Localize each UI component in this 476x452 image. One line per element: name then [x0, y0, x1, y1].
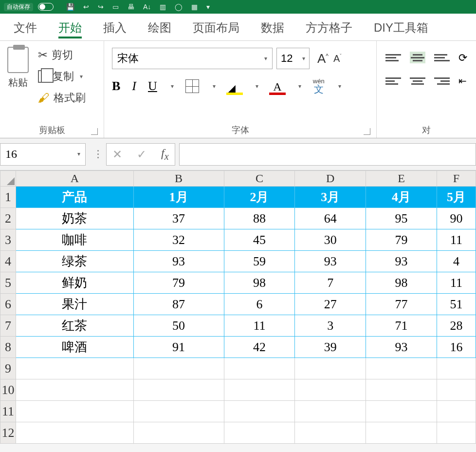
cell[interactable]: [16, 422, 133, 444]
col-header-F[interactable]: F: [437, 171, 476, 187]
row-header-10[interactable]: 10: [0, 379, 16, 401]
cell[interactable]: 59: [224, 251, 295, 272]
cell[interactable]: 90: [437, 208, 476, 229]
cell[interactable]: [366, 401, 437, 422]
chevron-down-icon[interactable]: ▾: [77, 151, 80, 158]
cell[interactable]: [16, 401, 133, 422]
grow-font-button[interactable]: A^: [317, 51, 329, 66]
more-icon[interactable]: ▾: [206, 3, 210, 11]
cell[interactable]: 16: [437, 337, 476, 358]
cell[interactable]: 3月: [295, 187, 366, 208]
chevron-down-icon[interactable]: ▾: [80, 73, 83, 80]
cell[interactable]: [133, 358, 224, 379]
cell[interactable]: 95: [366, 208, 437, 229]
cell[interactable]: [437, 401, 476, 422]
row-header-1[interactable]: 1: [0, 187, 16, 208]
cell[interactable]: 产品: [16, 187, 133, 208]
cell[interactable]: 2月: [224, 187, 295, 208]
cell[interactable]: 39: [295, 337, 366, 358]
cell[interactable]: 4: [437, 251, 476, 272]
borders-button[interactable]: [185, 79, 199, 93]
chart-icon[interactable]: ▥: [160, 3, 166, 11]
cell[interactable]: [16, 358, 133, 379]
cell[interactable]: 奶茶: [16, 208, 133, 229]
cell[interactable]: [295, 401, 366, 422]
cell[interactable]: 93: [366, 337, 437, 358]
font-dialog-launcher-icon[interactable]: [364, 128, 370, 135]
cell[interactable]: 45: [224, 229, 295, 251]
cell[interactable]: 28: [437, 315, 476, 337]
cell[interactable]: 红茶: [16, 315, 133, 337]
cell[interactable]: 11: [437, 229, 476, 251]
top-align-button[interactable]: [385, 52, 401, 63]
cell[interactable]: 87: [133, 294, 224, 315]
cell[interactable]: [366, 422, 437, 444]
row-header-11[interactable]: 11: [0, 401, 16, 422]
tab-data[interactable]: 数据: [250, 15, 295, 40]
chevron-down-icon[interactable]: ▾: [338, 83, 341, 90]
col-header-E[interactable]: E: [366, 171, 437, 187]
formula-input[interactable]: [179, 143, 476, 166]
cell[interactable]: 咖啡: [16, 229, 133, 251]
cell[interactable]: 79: [366, 229, 437, 251]
phonetic-guide-button[interactable]: wén 文: [313, 78, 325, 94]
spreadsheet-grid[interactable]: A B C D E F 1 产品 1月 2月 3月 4月 5月 2 奶茶 37 …: [0, 170, 476, 444]
clipboard-dialog-launcher-icon[interactable]: [91, 128, 98, 135]
cell[interactable]: [224, 379, 295, 401]
tab-draw[interactable]: 绘图: [137, 15, 182, 40]
cell[interactable]: [437, 422, 476, 444]
cell[interactable]: [224, 401, 295, 422]
cell[interactable]: [295, 422, 366, 444]
chevron-down-icon[interactable]: ▾: [302, 55, 305, 62]
cell[interactable]: 98: [224, 272, 295, 294]
cell[interactable]: [133, 401, 224, 422]
orientation-button[interactable]: ⟳: [458, 52, 467, 64]
cell[interactable]: 88: [224, 208, 295, 229]
cell[interactable]: [295, 358, 366, 379]
cell[interactable]: 93: [133, 251, 224, 272]
middle-align-button[interactable]: [410, 52, 425, 63]
cell[interactable]: 3: [295, 315, 366, 337]
save-icon[interactable]: 💾: [66, 3, 74, 11]
col-header-C[interactable]: C: [224, 171, 295, 187]
format-painter-button[interactable]: 🖌 格式刷: [38, 91, 86, 105]
cell[interactable]: 77: [366, 294, 437, 315]
filter-icon[interactable]: ▦: [191, 3, 198, 11]
row-header-8[interactable]: 8: [0, 337, 16, 358]
cell[interactable]: 1月: [133, 187, 224, 208]
cell[interactable]: [437, 379, 476, 401]
font-name-select[interactable]: 宋体 ▾: [112, 48, 273, 69]
cell[interactable]: 啤酒: [16, 337, 133, 358]
cell[interactable]: 79: [133, 272, 224, 294]
undo-icon[interactable]: ↩: [83, 3, 89, 11]
chevron-down-icon[interactable]: ▾: [213, 83, 216, 90]
cell[interactable]: 7: [295, 272, 366, 294]
cell[interactable]: [133, 379, 224, 401]
sort-icon[interactable]: A↓: [143, 3, 151, 11]
fill-color-button[interactable]: ◢: [227, 80, 242, 92]
cell[interactable]: 绿茶: [16, 251, 133, 272]
row-header-4[interactable]: 4: [0, 251, 16, 272]
cell[interactable]: 42: [224, 337, 295, 358]
row-header-12[interactable]: 12: [0, 422, 16, 444]
center-align-button[interactable]: [410, 75, 425, 87]
left-align-button[interactable]: [385, 75, 401, 87]
bold-button[interactable]: B: [112, 79, 120, 94]
cell[interactable]: 11: [224, 315, 295, 337]
tab-home[interactable]: 开始: [48, 15, 92, 40]
copy-button[interactable]: 复制 ▾: [38, 69, 86, 84]
cancel-formula-button[interactable]: ✕: [112, 148, 122, 161]
cell[interactable]: [224, 358, 295, 379]
cell[interactable]: 37: [133, 208, 224, 229]
underline-button[interactable]: U: [148, 79, 157, 94]
row-header-9[interactable]: 9: [0, 358, 16, 379]
tab-file[interactable]: 文件: [3, 15, 48, 40]
col-header-D[interactable]: D: [295, 171, 366, 187]
font-color-button[interactable]: A: [270, 80, 285, 92]
tab-page-layout[interactable]: 页面布局: [182, 15, 250, 40]
tab-diy[interactable]: DIY工具箱: [363, 15, 439, 40]
cell[interactable]: 27: [295, 294, 366, 315]
cell[interactable]: [366, 379, 437, 401]
redo-icon[interactable]: ↪: [98, 3, 104, 11]
col-header-B[interactable]: B: [133, 171, 224, 187]
